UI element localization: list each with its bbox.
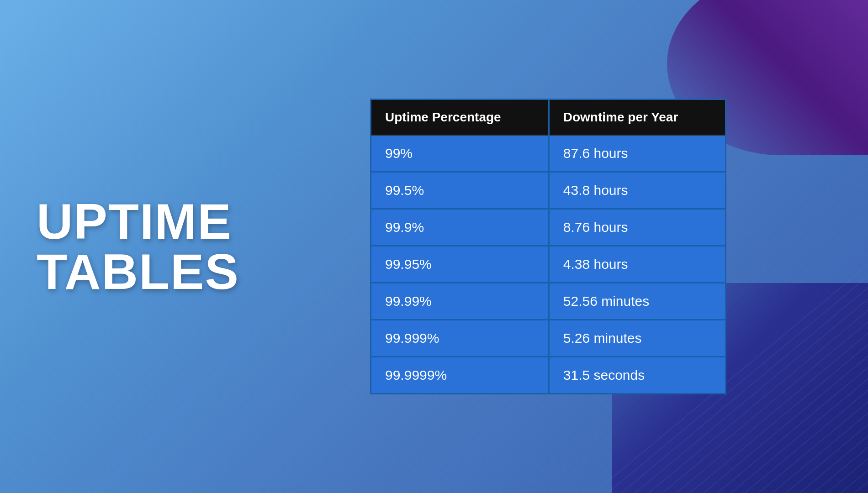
uptime-cell: 99.5% bbox=[371, 172, 549, 209]
col-downtime-header: Downtime per Year bbox=[549, 100, 725, 136]
col-uptime-header: Uptime Percentage bbox=[371, 100, 549, 136]
downtime-cell: 31.5 seconds bbox=[549, 357, 725, 394]
downtime-cell: 5.26 minutes bbox=[549, 320, 725, 357]
table-wrapper: Uptime Percentage Downtime per Year 99%8… bbox=[370, 99, 726, 394]
title-line2: TABLES bbox=[37, 246, 239, 297]
downtime-cell: 4.38 hours bbox=[549, 246, 725, 283]
table-row: 99.95%4.38 hours bbox=[371, 246, 726, 283]
uptime-cell: 99.9999% bbox=[371, 357, 549, 394]
uptime-cell: 99% bbox=[371, 135, 549, 172]
uptime-cell: 99.99% bbox=[371, 283, 549, 320]
left-section: UPTIME TABLES bbox=[0, 196, 256, 297]
page-container: UPTIME TABLES Uptime Percentage Downtime… bbox=[0, 0, 868, 493]
table-header-row: Uptime Percentage Downtime per Year bbox=[371, 100, 726, 136]
table-row: 99.99%52.56 minutes bbox=[371, 283, 726, 320]
table-row: 99%87.6 hours bbox=[371, 135, 726, 172]
downtime-cell: 8.76 hours bbox=[549, 209, 725, 246]
downtime-cell: 43.8 hours bbox=[549, 172, 725, 209]
downtime-cell: 52.56 minutes bbox=[549, 283, 725, 320]
uptime-table: Uptime Percentage Downtime per Year 99%8… bbox=[370, 99, 726, 394]
title-line1: UPTIME bbox=[37, 196, 239, 246]
right-section: Uptime Percentage Downtime per Year 99%8… bbox=[256, 99, 868, 394]
uptime-cell: 99.999% bbox=[371, 320, 549, 357]
downtime-cell: 87.6 hours bbox=[549, 135, 725, 172]
table-row: 99.9999%31.5 seconds bbox=[371, 357, 726, 394]
uptime-cell: 99.9% bbox=[371, 209, 549, 246]
table-row: 99.9%8.76 hours bbox=[371, 209, 726, 246]
table-row: 99.999%5.26 minutes bbox=[371, 320, 726, 357]
page-title: UPTIME TABLES bbox=[37, 196, 239, 297]
uptime-cell: 99.95% bbox=[371, 246, 549, 283]
table-row: 99.5%43.8 hours bbox=[371, 172, 726, 209]
